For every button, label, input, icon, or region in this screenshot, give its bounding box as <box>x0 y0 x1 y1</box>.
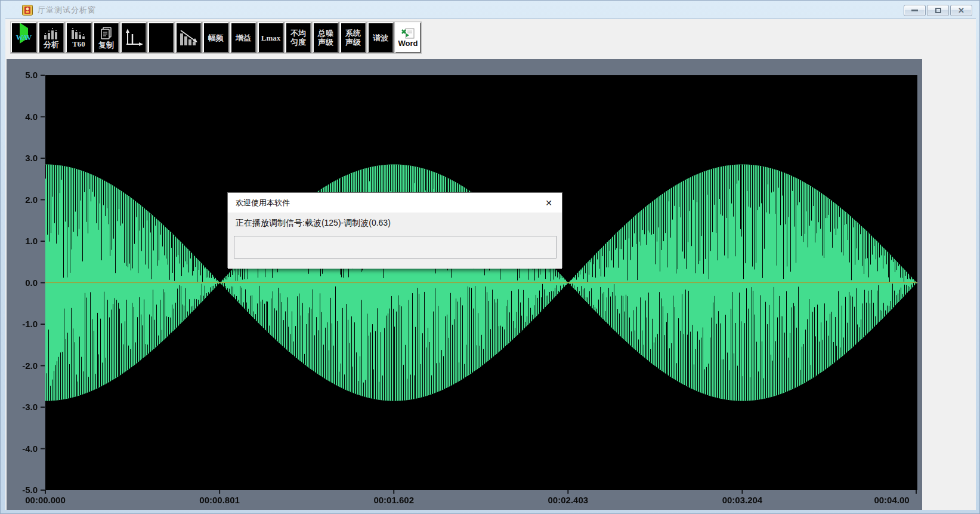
dialog-close-icon[interactable]: ✕ <box>543 198 554 208</box>
minimize-icon <box>911 10 918 11</box>
x-tick-label: 00:02.403 <box>540 495 596 506</box>
close-icon: ✕ <box>958 7 964 14</box>
x-tick-label: 00:01.602 <box>366 495 422 506</box>
dialog-title: 欢迎使用本软件 <box>236 193 290 213</box>
t60-decay-icon <box>70 27 88 39</box>
word-export-icon <box>401 28 415 39</box>
dialog-body: 正在播放调制信号:载波(125)-调制波(0.63) <box>228 213 562 269</box>
x-tick-label: 00:04.00 <box>864 495 920 506</box>
y-tick-label: 2.0 <box>11 194 38 206</box>
welcome-dialog: 欢迎使用本软件 ✕ 正在播放调制信号:载波(125)-调制波(0.63) <box>227 192 562 268</box>
toolbar-button-total-noise[interactable]: 总噪声级 <box>313 22 339 53</box>
y-tick-label: -3.0 <box>11 401 38 413</box>
minimize-button[interactable] <box>904 5 926 16</box>
toolbar-button-label: Word <box>398 39 418 48</box>
toolbar-button-analyze[interactable]: 分析 <box>38 22 64 53</box>
client-area: WAV分析T60复制幅频增益Lmax不均匀度总噪声级系统声级谐波Word 5.0… <box>5 19 976 510</box>
toolbar-button-word[interactable]: Word <box>395 22 421 53</box>
waveform-canvas[interactable] <box>7 59 922 510</box>
toolbar: WAV分析T60复制幅频增益Lmax不均匀度总噪声级系统声级谐波Word <box>11 22 422 53</box>
toolbar-button-axes[interactable] <box>120 22 147 53</box>
toolbar-button-t60[interactable]: T60 <box>66 22 92 53</box>
toolbar-button-label: Lmax <box>261 33 281 42</box>
toolbar-button-label: 不均 <box>290 29 306 38</box>
y-tick-label: -5.0 <box>11 484 38 496</box>
toolbar-button-gain[interactable]: 增益 <box>230 22 256 53</box>
x-tick-label: 00:03.204 <box>714 495 770 506</box>
bar-chart-icon <box>42 27 60 40</box>
window-title: 厅堂测试分析窗 <box>38 5 96 16</box>
maximize-icon <box>935 8 941 13</box>
toolbar-button-label: WAV <box>16 33 32 42</box>
toolbar-button-wav[interactable]: WAV <box>11 22 37 53</box>
waveform-chart-panel: 5.04.03.02.01.00.0-1.0-2.0-3.0-4.0-5.000… <box>7 59 922 510</box>
toolbar-button-system-level[interactable]: 系统声级 <box>340 22 366 53</box>
toolbar-button-label: 系统 <box>345 29 361 38</box>
toolbar-button-spectrum-decay[interactable] <box>175 22 202 53</box>
toolbar-button-label2: 匀度 <box>290 38 306 47</box>
toolbar-button-label: 增益 <box>236 33 251 42</box>
toolbar-button-amp-freq[interactable]: 幅频 <box>203 22 229 53</box>
toolbar-button-label: 谐波 <box>373 33 388 42</box>
y-tick-label: 3.0 <box>11 152 38 164</box>
toolbar-button-label: 总噪 <box>318 29 333 38</box>
x-tick-label: 00:00.000 <box>17 495 73 506</box>
histogram-decay-icon <box>178 29 199 47</box>
close-button[interactable]: ✕ <box>950 5 972 16</box>
y-tick-label: 1.0 <box>11 235 38 247</box>
copy-icon <box>98 26 114 41</box>
y-tick-label: 4.0 <box>11 111 38 123</box>
dialog-title-bar[interactable]: 欢迎使用本软件 ✕ <box>228 193 562 213</box>
dialog-message: 正在播放调制信号:载波(125)-调制波(0.63) <box>236 218 391 229</box>
toolbar-button-label2: 声级 <box>318 38 333 47</box>
y-tick-label: 0.0 <box>11 277 38 289</box>
x-tick-label: 00:00.801 <box>191 495 248 506</box>
y-tick-label: 5.0 <box>11 69 38 81</box>
app-window: 厅堂测试分析窗 ✕ WAV分析T60复制幅频增益Lmax不均匀度总噪声级系统声级… <box>0 0 980 514</box>
toolbar-button-label: 分析 <box>44 40 59 49</box>
toolbar-button-waveform[interactable] <box>148 22 174 53</box>
window-controls: ✕ <box>904 5 972 16</box>
toolbar-button-harmonics[interactable]: 谐波 <box>367 22 394 53</box>
toolbar-button-lmax[interactable]: Lmax <box>258 22 284 53</box>
toolbar-button-nonuniformity[interactable]: 不均匀度 <box>285 22 311 53</box>
maximize-button[interactable] <box>927 5 949 16</box>
dialog-progress-bar <box>234 236 557 258</box>
toolbar-button-copy[interactable]: 复制 <box>93 22 119 53</box>
toolbar-button-label: T60 <box>72 39 85 48</box>
toolbar-button-label: 复制 <box>98 41 114 50</box>
y-tick-label: -2.0 <box>11 360 38 372</box>
y-tick-label: -1.0 <box>11 318 38 330</box>
app-icon <box>22 5 33 16</box>
toolbar-button-label2: 声级 <box>345 38 361 47</box>
toolbar-button-label: 幅频 <box>208 33 224 42</box>
axes-icon <box>123 28 144 47</box>
title-bar[interactable]: 厅堂测试分析窗 ✕ <box>1 1 979 19</box>
y-tick-label: -4.0 <box>11 443 38 455</box>
